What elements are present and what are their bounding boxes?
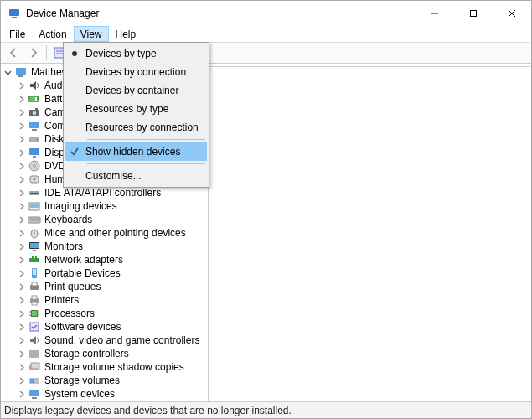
tree-expander-icon[interactable] bbox=[16, 255, 26, 265]
maximize-button[interactable] bbox=[454, 1, 493, 26]
svg-rect-14 bbox=[38, 98, 39, 100]
window-controls bbox=[416, 1, 531, 26]
tree-item[interactable]: System devices bbox=[1, 387, 208, 401]
tree-item[interactable]: Storage volume shadow copies bbox=[1, 360, 208, 374]
tree-expander-icon[interactable] bbox=[16, 174, 26, 184]
tree-item[interactable]: Network adapters bbox=[1, 253, 208, 266]
menu-item[interactable]: Devices by connection bbox=[65, 63, 207, 81]
storagectl-icon bbox=[28, 347, 41, 360]
printqueue-icon bbox=[28, 280, 41, 293]
tree-expander-icon[interactable] bbox=[16, 241, 26, 251]
tree-label: Disp bbox=[44, 147, 65, 158]
camera-icon bbox=[28, 106, 41, 119]
svg-rect-50 bbox=[32, 302, 37, 305]
tree-item[interactable]: Sound, video and game controllers bbox=[1, 334, 208, 347]
menu-item[interactable]: Customise... bbox=[65, 167, 207, 185]
tree-item[interactable]: Software devices bbox=[1, 320, 208, 334]
tree-expander-icon[interactable] bbox=[3, 67, 13, 77]
audio-icon bbox=[28, 79, 41, 92]
tree-item[interactable]: Keyboards bbox=[1, 213, 208, 226]
svg-rect-15 bbox=[30, 97, 35, 101]
close-button[interactable] bbox=[493, 1, 531, 26]
tree-expander-icon[interactable] bbox=[16, 362, 26, 372]
tree-expander-icon[interactable] bbox=[16, 322, 26, 332]
svg-rect-42 bbox=[32, 256, 34, 258]
checkmark-icon bbox=[70, 147, 80, 157]
tree-expander-icon[interactable] bbox=[16, 295, 26, 305]
menu-view[interactable]: View bbox=[74, 26, 109, 42]
tree-expander-icon[interactable] bbox=[16, 94, 26, 104]
tree-label: Portable Devices bbox=[44, 267, 121, 279]
tree-item[interactable]: Storage controllers bbox=[1, 347, 208, 360]
tree-expander-icon[interactable] bbox=[16, 389, 26, 399]
tree-expander-icon[interactable] bbox=[16, 308, 26, 318]
svg-rect-23 bbox=[29, 148, 39, 155]
mouse-icon bbox=[28, 226, 41, 240]
svg-rect-18 bbox=[35, 108, 38, 110]
tree-expander-icon[interactable] bbox=[16, 80, 26, 91]
tree-item[interactable]: Print queues bbox=[1, 280, 208, 293]
menu-action[interactable]: Action bbox=[32, 26, 73, 42]
radio-dot-icon bbox=[72, 51, 77, 56]
menu-item[interactable]: Devices by container bbox=[65, 81, 207, 100]
menu-item[interactable]: Resources by type bbox=[65, 100, 207, 118]
tree-expander-icon[interactable] bbox=[16, 228, 26, 238]
menu-item[interactable]: Show hidden devices bbox=[65, 142, 207, 161]
svg-rect-19 bbox=[29, 122, 39, 128]
tree-expander-icon[interactable] bbox=[16, 161, 26, 171]
tree-expander-icon[interactable] bbox=[16, 201, 26, 211]
tree-item[interactable]: Mice and other pointing devices bbox=[1, 226, 208, 240]
menu-item-label: Devices by connection bbox=[84, 66, 186, 78]
svg-rect-32 bbox=[30, 204, 39, 208]
tree-item[interactable]: IDE ATA/ATAPI controllers bbox=[1, 186, 208, 199]
tree-item[interactable]: Printers bbox=[1, 293, 208, 307]
view-dropdown: Devices by type Devices by connection De… bbox=[63, 42, 209, 188]
tree-item[interactable]: Portable Devices bbox=[1, 266, 208, 280]
tree-label: Storage volumes bbox=[44, 375, 120, 386]
svg-rect-0 bbox=[9, 9, 19, 16]
menu-file[interactable]: File bbox=[3, 26, 32, 42]
tree-item[interactable]: Universal Serial Bus controllers bbox=[1, 401, 208, 401]
tree-item[interactable]: Monitors bbox=[1, 240, 208, 253]
tree-expander-icon[interactable] bbox=[16, 147, 26, 158]
tree-label: System devices bbox=[44, 388, 115, 400]
svg-rect-21 bbox=[29, 137, 39, 142]
tree-expander-icon[interactable] bbox=[16, 134, 26, 144]
tree-expander-icon[interactable] bbox=[16, 188, 26, 198]
menu-item[interactable]: Resources by connection bbox=[65, 118, 207, 137]
back-button[interactable] bbox=[4, 44, 23, 62]
minimize-button[interactable] bbox=[416, 1, 454, 26]
tree-item[interactable]: Imaging devices bbox=[1, 199, 208, 213]
display-icon bbox=[28, 146, 41, 159]
tree-label: Mice and other pointing devices bbox=[44, 227, 186, 239]
svg-rect-45 bbox=[33, 269, 36, 275]
tree-item[interactable]: Storage volumes bbox=[1, 374, 208, 387]
battery-icon bbox=[28, 92, 41, 106]
svg-rect-1 bbox=[12, 17, 17, 18]
tree-label: Processors bbox=[44, 308, 95, 319]
menu-item-label: Show hidden devices bbox=[84, 146, 180, 158]
tree-expander-icon[interactable] bbox=[16, 335, 26, 345]
storagevol-icon bbox=[28, 374, 41, 387]
tree-expander-icon[interactable] bbox=[16, 375, 26, 385]
tree-expander-icon[interactable] bbox=[16, 121, 26, 131]
tree-expander-icon[interactable] bbox=[16, 107, 26, 117]
tree-expander-icon[interactable] bbox=[16, 268, 26, 278]
menu-item[interactable]: Devices by type bbox=[65, 44, 207, 63]
tree-label: Batt bbox=[44, 93, 62, 105]
tree-item[interactable]: Processors bbox=[1, 307, 208, 320]
tree-label: Aud bbox=[44, 80, 62, 91]
menu-item-label: Resources by type bbox=[84, 103, 168, 115]
software-icon bbox=[28, 320, 41, 334]
menu-help[interactable]: Help bbox=[109, 26, 143, 42]
tree-expander-icon[interactable] bbox=[16, 282, 26, 292]
forward-button[interactable] bbox=[24, 44, 43, 62]
svg-rect-61 bbox=[31, 363, 39, 369]
svg-rect-64 bbox=[29, 390, 39, 396]
dvd-icon bbox=[28, 159, 41, 173]
svg-point-22 bbox=[36, 139, 38, 141]
tree-label: Disk bbox=[44, 133, 64, 145]
tree-expander-icon[interactable] bbox=[16, 349, 26, 359]
tree-expander-icon[interactable] bbox=[16, 215, 26, 225]
menu-item-label: Resources by connection bbox=[84, 122, 199, 133]
